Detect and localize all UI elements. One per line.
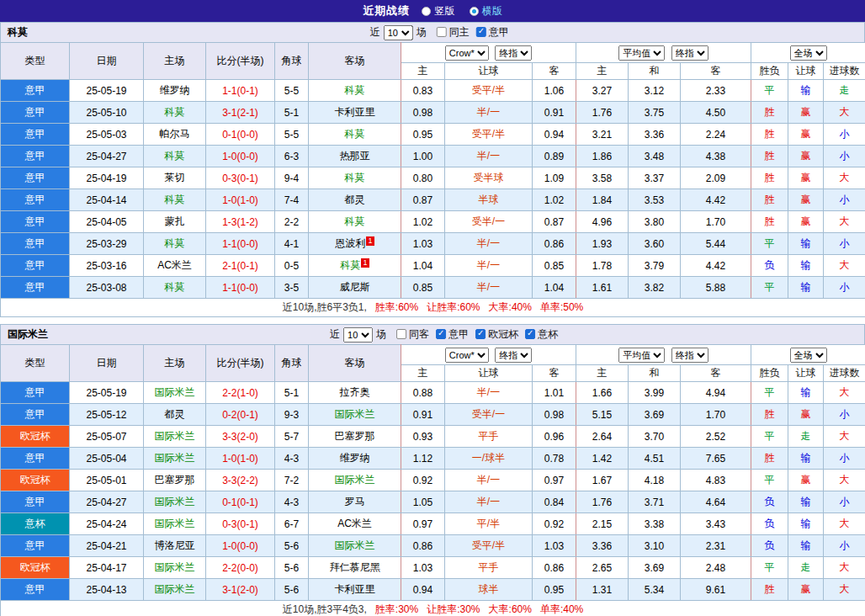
home-team-cell: 国际米兰 (144, 382, 206, 404)
home-team-cell: 巴塞罗那 (144, 470, 206, 491)
score-cell: 3-3(2-2) (206, 470, 275, 491)
team-link[interactable]: 科莫 (340, 259, 360, 271)
near-label: 近 (370, 25, 380, 40)
layout-option-horizontal[interactable]: 横版 (470, 4, 502, 19)
team-link[interactable]: 都灵 (165, 408, 185, 420)
asian-final-odds-select[interactable]: 终指 (495, 348, 532, 363)
euro-final-odds-select[interactable]: 终指 (671, 45, 708, 61)
asian-final-odds-select[interactable]: 终指 (495, 45, 532, 61)
result-outcome-cell: 胜 (751, 448, 788, 470)
team-link[interactable]: 莱切 (165, 172, 185, 183)
team-link[interactable]: 恩波利 (335, 237, 365, 249)
team-link[interactable]: 国际米兰 (335, 408, 375, 420)
team-link[interactable]: 蒙扎 (165, 215, 185, 227)
team-link[interactable]: 国际米兰 (335, 539, 375, 551)
result-goals-cell: 走 (824, 80, 865, 102)
away-team-cell: 国际米兰 (309, 404, 401, 426)
checkbox-unchecked-icon[interactable] (437, 27, 447, 37)
asian-handicap: 半/一 (445, 146, 533, 167)
team-link[interactable]: AC米兰 (157, 259, 192, 271)
home-team-cell: 帕尔马 (144, 124, 206, 146)
section-inter-milan: 国际米兰 近 10 场 同客意甲欧冠杯意杯 类型 日期 主场 比分(半场) 角球… (0, 324, 865, 616)
team-link[interactable]: 威尼斯 (340, 281, 370, 293)
euro-home-odds: 2.64 (576, 426, 629, 448)
team-link[interactable]: 热那亚 (340, 150, 370, 162)
col-header-score: 比分(半场) (206, 345, 275, 382)
team-link[interactable]: 维罗纳 (160, 84, 190, 96)
team-link[interactable]: 国际米兰 (155, 452, 195, 464)
team-link[interactable]: 都灵 (345, 194, 365, 205)
euro-final-odds-select[interactable]: 终指 (671, 348, 708, 363)
team-link[interactable]: 卡利亚里 (335, 106, 375, 118)
radio-icon[interactable] (470, 7, 479, 16)
euro-draw-odds: 3.71 (629, 491, 681, 513)
euro-home-odds: 5.15 (576, 404, 629, 426)
team-link[interactable]: 科莫 (345, 128, 365, 140)
team-link[interactable]: 卡利亚里 (335, 583, 375, 595)
team-link[interactable]: 国际米兰 (155, 583, 195, 595)
team-link[interactable]: 科莫 (165, 281, 185, 293)
team-link[interactable]: 科莫 (345, 172, 365, 183)
team-link[interactable]: 科莫 (165, 150, 185, 162)
radio-icon[interactable] (422, 7, 431, 16)
euro-away-odds: 2.33 (681, 80, 751, 102)
team-link[interactable]: 博洛尼亚 (155, 539, 195, 551)
asian-home-odds: 1.03 (401, 557, 445, 579)
team-link[interactable]: 巴塞罗那 (155, 474, 195, 486)
team-link[interactable]: 拉齐奥 (340, 386, 370, 398)
filter-item[interactable]: 同客 (396, 327, 429, 342)
result-scope-group-header: 全场 (751, 43, 865, 63)
score-cell: 0-2(0-1) (206, 404, 275, 426)
team-link[interactable]: 科莫 (345, 215, 365, 227)
team-link[interactable]: 科莫 (345, 84, 365, 96)
team-link[interactable]: 拜仁慕尼黑 (330, 561, 380, 573)
team-link[interactable]: 国际米兰 (155, 518, 195, 529)
euro-company-select[interactable]: 平均值 (618, 348, 665, 363)
team-link[interactable]: 国际米兰 (155, 430, 195, 442)
euro-draw-odds: 3.99 (629, 382, 681, 404)
match-row: 欧冠杯25-05-01巴塞罗那3-3(2-2)7-2国际米兰0.92半/一0.9… (1, 470, 865, 491)
filter-item[interactable]: 同主 (437, 25, 470, 40)
home-team-cell: 国际米兰 (144, 426, 206, 448)
team-link[interactable]: 国际米兰 (155, 561, 195, 573)
asian-company-select[interactable]: Crow* (445, 348, 489, 363)
team-link[interactable]: 科莫 (165, 237, 185, 249)
team-link[interactable]: 国际米兰 (155, 496, 195, 507)
asian-away-odds: 1.01 (533, 382, 576, 404)
team-link[interactable]: 国际米兰 (155, 386, 195, 398)
checkbox-checked-icon[interactable] (436, 329, 446, 339)
filter-item[interactable]: 意甲 (436, 327, 469, 342)
result-handicap-cell: 输 (788, 513, 824, 535)
asian-handicap: 平手 (445, 557, 533, 579)
team-link[interactable]: 国际米兰 (335, 474, 375, 486)
team-link[interactable]: AC米兰 (337, 518, 372, 529)
checkbox-checked-icon[interactable] (476, 27, 486, 37)
home-team-cell: 蒙扎 (144, 211, 206, 233)
team-link[interactable]: 科莫 (165, 194, 185, 205)
scope-select[interactable]: 全场 (790, 45, 827, 61)
checkbox-unchecked-icon[interactable] (396, 329, 406, 339)
euro-company-select[interactable]: 平均值 (618, 45, 665, 61)
team-link[interactable]: 罗马 (345, 496, 365, 507)
result-goals-cell: 大 (824, 557, 865, 579)
filter-item[interactable]: 意杯 (525, 327, 558, 342)
match-count-select[interactable]: 10 (343, 327, 373, 343)
euro-draw-odds: 3.38 (629, 513, 681, 535)
checkbox-checked-icon[interactable] (475, 329, 486, 339)
match-count-select[interactable]: 10 (384, 25, 413, 40)
result-goals-cell: 小 (824, 189, 865, 211)
team-link[interactable]: 科莫 (165, 106, 185, 118)
euro-draw-odds: 3.70 (629, 426, 681, 448)
result-goals-cell: 大 (824, 579, 865, 601)
team-link[interactable]: 帕尔马 (160, 128, 190, 140)
scope-select[interactable]: 全场 (790, 348, 827, 363)
layout-option-vertical[interactable]: 竖版 (422, 4, 454, 19)
team-link[interactable]: 巴塞罗那 (335, 430, 375, 442)
asian-handicap: 半/一 (445, 470, 533, 491)
summary-row: 近10场,胜3平4负3,胜率:30%让胜率:30%大率:60%单率:40% (1, 601, 865, 616)
filter-item[interactable]: 欧冠杯 (475, 327, 518, 342)
team-link[interactable]: 维罗纳 (340, 452, 370, 464)
asian-company-select[interactable]: Crow* (445, 45, 489, 61)
checkbox-checked-icon[interactable] (525, 329, 535, 339)
filter-item[interactable]: 意甲 (476, 25, 509, 40)
